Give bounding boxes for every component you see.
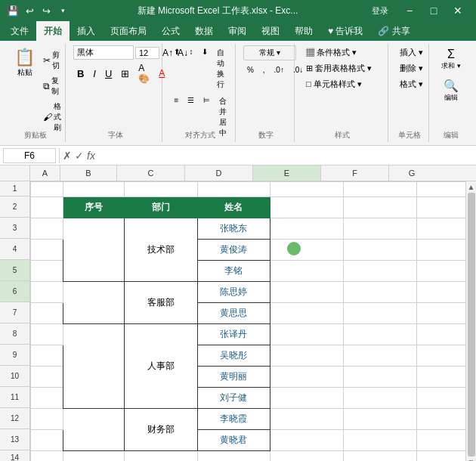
cut-button[interactable]: ✂剪切 — [40, 48, 64, 73]
delete-cell-button[interactable]: 删除 ▾ — [396, 61, 427, 76]
cell-b-tech-num[interactable] — [63, 218, 125, 282]
cell-f6[interactable] — [344, 282, 417, 303]
cell-a4[interactable] — [31, 240, 63, 261]
cell-g1[interactable] — [416, 182, 465, 197]
row-header-12[interactable]: 12 — [0, 408, 29, 429]
cell-e11[interactable] — [270, 388, 344, 409]
cell-d3-name[interactable]: 张晓东 — [197, 218, 270, 240]
close-button[interactable]: ✕ — [446, 0, 470, 21]
vertical-scrollbar[interactable]: ▲ ▼ — [465, 181, 476, 461]
cell-d11-name[interactable]: 刘子健 — [197, 388, 270, 409]
cell-f5[interactable] — [344, 261, 417, 282]
wrap-text-button[interactable]: 自动换行 — [213, 45, 230, 92]
cell-f4[interactable] — [344, 240, 417, 261]
cell-styles-button[interactable]: □ 单元格样式 ▾ — [302, 77, 366, 91]
cell-e7[interactable] — [270, 303, 344, 324]
cell-c14[interactable] — [124, 451, 197, 462]
row-header-11[interactable]: 11 — [0, 387, 29, 408]
cell-f14[interactable] — [344, 451, 417, 462]
cell-e8[interactable] — [270, 324, 344, 345]
cell-e2[interactable] — [270, 197, 344, 218]
cell-g2[interactable] — [416, 197, 465, 218]
cell-a10[interactable] — [31, 367, 63, 388]
cell-f7[interactable] — [344, 303, 417, 324]
row-header-9[interactable]: 9 — [0, 345, 29, 366]
format-cell-button[interactable]: 格式 ▾ — [396, 77, 427, 91]
cell-a5[interactable] — [31, 261, 63, 282]
cell-b14[interactable] — [63, 451, 125, 462]
cell-c-service-dept[interactable]: 客服部 — [124, 282, 197, 324]
align-middle-button[interactable]: ↕ — [185, 45, 196, 92]
col-header-e[interactable]: E — [253, 166, 321, 181]
cell-g12[interactable] — [416, 409, 465, 430]
cell-c-tech-dept[interactable]: 技术部 — [124, 218, 197, 282]
cell-f3[interactable] — [344, 218, 417, 240]
border-button[interactable]: ⊞ — [117, 67, 133, 81]
col-header-d[interactable]: D — [185, 166, 253, 181]
cell-d13-name[interactable]: 黄晓君 — [197, 430, 270, 451]
cell-e10[interactable] — [270, 367, 344, 388]
formula-input[interactable] — [98, 150, 473, 161]
cell-a3[interactable] — [31, 218, 63, 240]
cell-a7[interactable] — [31, 303, 63, 324]
col-header-b[interactable]: B — [60, 166, 117, 181]
cell-d8-name[interactable]: 张译丹 — [197, 324, 270, 345]
cell-e1[interactable] — [270, 182, 344, 197]
cell-g6[interactable] — [416, 282, 465, 303]
paste-button[interactable]: 📋 粘贴 — [11, 45, 39, 80]
cell-e5[interactable] — [270, 261, 344, 282]
cell-d12-name[interactable]: 李晓霞 — [197, 409, 270, 430]
confirm-formula-icon[interactable]: ✓ — [75, 150, 84, 162]
tab-formulas[interactable]: 公式 — [154, 21, 187, 41]
pct-button[interactable]: % — [243, 63, 258, 76]
conditional-format-button[interactable]: ▦ 条件格式 ▾ — [302, 45, 360, 60]
cell-g3[interactable] — [416, 218, 465, 240]
cell-a12[interactable] — [31, 409, 63, 430]
search-button[interactable]: 🔍 编辑 — [440, 76, 462, 105]
cell-g5[interactable] — [416, 261, 465, 282]
cell-a11[interactable] — [31, 388, 63, 409]
cell-f1[interactable] — [344, 182, 417, 197]
row-header-6[interactable]: 6 — [0, 281, 29, 302]
tab-file[interactable]: 文件 — [3, 21, 36, 41]
maximize-button[interactable]: □ — [422, 0, 446, 21]
bold-button[interactable]: B — [73, 67, 88, 81]
col-header-f[interactable]: F — [321, 166, 389, 181]
cell-e3[interactable] — [270, 218, 344, 240]
cell-g14[interactable] — [416, 451, 465, 462]
row-header-5[interactable]: 5 — [0, 260, 29, 281]
cell-f8[interactable] — [344, 324, 417, 345]
cell-e4[interactable] — [270, 240, 344, 261]
row-header-10[interactable]: 10 — [0, 366, 29, 387]
cell-a1[interactable] — [31, 182, 63, 197]
insert-cell-button[interactable]: 插入 ▾ — [396, 45, 427, 60]
cell-f2[interactable] — [344, 197, 417, 218]
inc-decimal-button[interactable]: .0↑ — [270, 63, 288, 76]
font-name-selector[interactable]: 黑体 — [73, 45, 134, 60]
cell-a9[interactable] — [31, 345, 63, 367]
cell-d9-name[interactable]: 吴晓彤 — [197, 345, 270, 367]
font-size-selector[interactable]: 12 — [135, 47, 159, 59]
row-header-13[interactable]: 13 — [0, 429, 29, 450]
cell-d1[interactable] — [197, 182, 270, 197]
tab-pagelayout[interactable]: 页面布局 — [103, 21, 154, 41]
cell-c1[interactable] — [124, 182, 197, 197]
col-header-c[interactable]: C — [117, 166, 185, 181]
cell-f13[interactable] — [344, 430, 417, 451]
cell-f12[interactable] — [344, 409, 417, 430]
cell-a2[interactable] — [31, 197, 63, 218]
row-header-2[interactable]: 2 — [0, 196, 29, 218]
cell-g13[interactable] — [416, 430, 465, 451]
cell-e9[interactable] — [270, 345, 344, 367]
fill-color-button[interactable]: A🎨 — [134, 61, 153, 85]
cell-f11[interactable] — [344, 388, 417, 409]
number-format-selector[interactable]: 常规 ▾ — [243, 45, 296, 60]
tab-help[interactable]: 帮助 — [287, 21, 320, 41]
cell-d5-name[interactable]: 李铭 — [197, 261, 270, 282]
row-header-3[interactable]: 3 — [0, 218, 29, 239]
scroll-thumb[interactable] — [468, 193, 475, 456]
cell-d14[interactable] — [197, 451, 270, 462]
row-header-1[interactable]: 1 — [0, 181, 29, 196]
cell-a13[interactable] — [31, 430, 63, 451]
underline-button[interactable]: U — [101, 67, 116, 81]
